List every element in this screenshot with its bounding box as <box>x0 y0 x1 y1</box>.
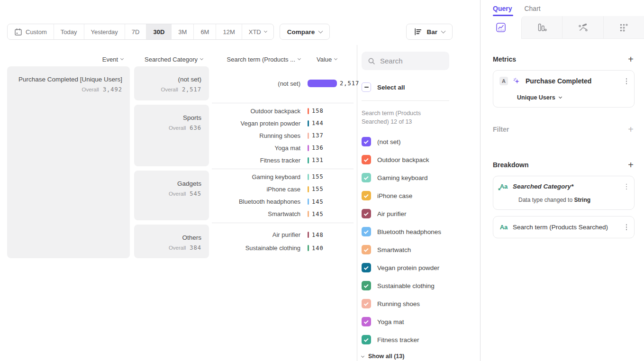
term-row[interactable]: iPhone case155 <box>212 183 354 195</box>
legend-checkbox[interactable] <box>362 335 371 344</box>
compare-label: Compare <box>287 28 315 36</box>
term-row[interactable]: Running shoes137 <box>212 129 354 142</box>
tab-chart[interactable]: Chart <box>524 5 540 16</box>
legend-checkbox[interactable] <box>362 317 371 326</box>
term-value: 131 <box>312 157 324 163</box>
date-range-6m[interactable]: 6M <box>194 24 216 39</box>
chevron-down-icon <box>334 57 337 60</box>
term-row[interactable]: Yoga mat136 <box>212 142 354 154</box>
date-range-yesterday[interactable]: Yesterday <box>84 24 125 39</box>
term-value: 155 <box>312 186 324 192</box>
column-header-searched-category[interactable]: Searched Category <box>145 56 203 63</box>
divider <box>362 100 449 101</box>
legend-item[interactable]: Yoga mat <box>362 313 480 331</box>
legend-checkbox[interactable] <box>362 209 371 218</box>
legend-item-label: Yoga mat <box>377 318 404 325</box>
legend-item[interactable]: Vegan protein powder <box>362 259 480 277</box>
breakdown-card[interactable]: AaSearched Category*Data type changed to… <box>493 176 635 210</box>
legend-item[interactable]: Smartwatch <box>362 241 480 259</box>
show-all-button[interactable]: Show all (13) <box>362 353 480 360</box>
event-cell[interactable]: Purchase Completed [Unique Users] Overal… <box>7 66 130 258</box>
legend-item[interactable]: Outdoor backpack <box>362 151 480 169</box>
measure-dropdown[interactable]: Unique Users <box>517 94 628 101</box>
term-row[interactable]: Smartwatch145 <box>212 208 354 220</box>
legend-item[interactable]: (not set) <box>362 133 480 151</box>
breakdown-card[interactable]: AaSearch term (Products Searched) <box>493 216 635 238</box>
overall-label: Overall <box>169 191 186 197</box>
calendar-icon <box>14 28 22 36</box>
column-header-search-term[interactable]: Search term (Products ... <box>227 56 301 63</box>
select-all-checkbox[interactable] <box>362 82 371 92</box>
legend-checkbox[interactable] <box>362 137 371 146</box>
date-range-3m[interactable]: 3M <box>172 24 194 39</box>
legend-checkbox[interactable] <box>362 191 371 200</box>
category-cell[interactable]: (not set)Overall2,517 <box>134 66 209 100</box>
term-row[interactable]: (not set)2,517 <box>212 77 359 90</box>
date-range-30d[interactable]: 30D <box>146 24 172 39</box>
breakdown-note-value: String <box>574 197 590 203</box>
tab-retention[interactable] <box>603 16 644 39</box>
date-range-xtd[interactable]: XTD <box>242 24 273 39</box>
legend-item[interactable]: Fitness tracker <box>362 331 480 349</box>
tab-query[interactable]: Query <box>493 5 512 16</box>
add-breakdown-button[interactable]: + <box>627 160 635 170</box>
legend-item[interactable]: Gaming keyboard <box>362 169 480 187</box>
add-filter-button[interactable]: + <box>627 125 635 134</box>
category-cell[interactable]: SportsOverall636 <box>134 105 209 166</box>
category-overall: Overall384 <box>134 244 201 251</box>
check-icon <box>363 157 368 162</box>
chevron-down-icon <box>559 95 562 99</box>
date-range-12m[interactable]: 12M <box>216 24 242 39</box>
legend-checkbox[interactable] <box>362 245 371 254</box>
date-range-today[interactable]: Today <box>54 24 84 39</box>
category-cell[interactable]: GadgetsOverall545 <box>134 171 209 220</box>
column-header-value[interactable]: Value <box>317 56 337 63</box>
term-value: 144 <box>312 120 324 126</box>
legend-checkbox[interactable] <box>362 173 371 182</box>
legend-item[interactable]: Air purifier <box>362 205 480 223</box>
compare-button[interactable]: Compare <box>280 24 330 40</box>
content-row: Event Searched Category Search term (Pro… <box>0 45 480 361</box>
legend-checkbox[interactable] <box>362 227 371 236</box>
more-options-icon[interactable] <box>625 182 629 191</box>
date-range-custom[interactable]: Custom <box>8 24 54 39</box>
term-rows: Air purifier148Sustainable clothing140 <box>212 225 354 258</box>
more-options-icon[interactable] <box>625 77 629 86</box>
term-label: Yoga mat <box>212 144 300 152</box>
term-row[interactable]: Air purifier148 <box>212 228 354 242</box>
legend-item[interactable]: Running shoes <box>362 295 480 313</box>
term-row[interactable]: Sustainable clothing140 <box>212 242 354 255</box>
measure-label: Unique Users <box>517 94 555 101</box>
legend-search[interactable] <box>362 52 449 70</box>
term-row[interactable]: Bluetooth headphones145 <box>212 196 354 208</box>
tab-funnels[interactable] <box>521 16 562 39</box>
legend-checkbox[interactable] <box>362 155 371 164</box>
term-row[interactable]: Outdoor backpack158 <box>212 105 354 117</box>
legend-item[interactable]: Sustainable clothing <box>362 277 480 295</box>
check-icon <box>363 247 368 252</box>
add-metric-button[interactable]: + <box>627 54 635 64</box>
legend-checkbox[interactable] <box>362 299 371 308</box>
term-row[interactable]: Fitness tracker131 <box>212 154 354 166</box>
tab-insights[interactable] <box>481 16 521 39</box>
term-row[interactable]: Vegan protein powder144 <box>212 117 354 129</box>
select-all-row[interactable]: Select all <box>362 82 480 92</box>
term-row[interactable]: Gaming keyboard155 <box>212 171 354 183</box>
category-overall: Overall636 <box>134 125 201 131</box>
date-range-7d[interactable]: 7D <box>125 24 147 39</box>
legend-checkbox[interactable] <box>362 281 371 290</box>
category-cell[interactable]: OthersOverall384 <box>134 225 209 258</box>
legend-item[interactable]: Bluetooth headphones <box>362 223 480 241</box>
term-value: 158 <box>312 108 324 114</box>
legend-item[interactable]: iPhone case <box>362 187 480 205</box>
legend-checkbox[interactable] <box>362 263 371 272</box>
column-header-event[interactable]: Event <box>102 56 123 63</box>
search-input[interactable] <box>380 57 446 65</box>
overall-value: 3,492 <box>103 86 122 93</box>
tab-flows[interactable] <box>562 16 603 39</box>
chart-type-button[interactable]: Bar <box>406 24 453 40</box>
column-header-label: Searched Category <box>145 56 198 63</box>
metric-card[interactable]: A Purchase Completed Unique Users <box>493 70 635 108</box>
more-options-icon[interactable] <box>625 223 629 232</box>
flows-icon <box>578 23 588 32</box>
